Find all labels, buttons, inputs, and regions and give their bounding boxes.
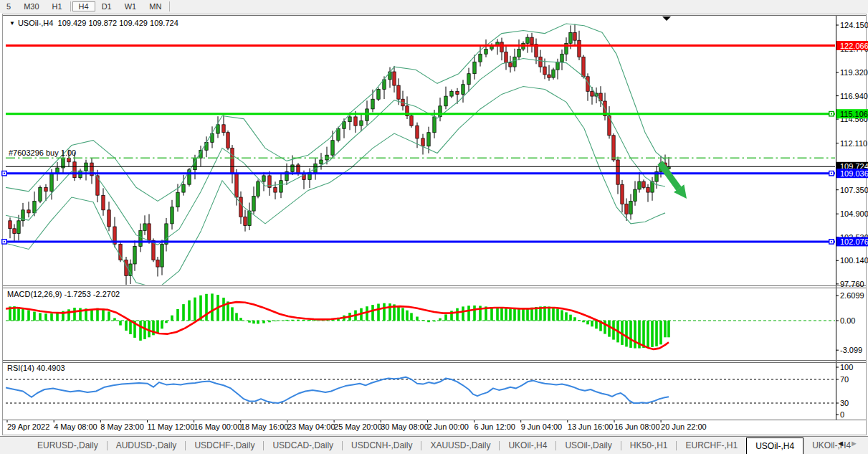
svg-text:11 May 12:00: 11 May 12:00: [148, 422, 195, 431]
svg-text:102.076: 102.076: [840, 237, 868, 246]
svg-text:109.036: 109.036: [840, 169, 868, 178]
chart-tab-usdchf-daily[interactable]: USDCHF-,Daily: [186, 437, 263, 454]
svg-text:6 Jun 12:00: 6 Jun 12:00: [474, 422, 516, 431]
chart-tab-ukoil-h4[interactable]: UKOil-,H4: [500, 437, 555, 454]
price-badge-102.076: 102.076: [836, 237, 868, 246]
price-badge-115.106: 115.106: [836, 109, 868, 118]
tab-scroll-left-icon[interactable]: ◄: [836, 439, 850, 448]
price-badge-109.036: 109.036: [836, 169, 868, 178]
price-badge-122.066: 122.066: [836, 41, 868, 50]
svg-text:-3.099: -3.099: [840, 346, 862, 354]
svg-text:116.940: 116.940: [840, 92, 868, 100]
chart-canvas[interactable]: 124.150121.770119.320116.940114.560112.1…: [0, 0, 868, 454]
svg-text:29 Apr 2022: 29 Apr 2022: [7, 422, 49, 431]
svg-text:2.6099: 2.6099: [840, 291, 864, 300]
chart-ohlc-values: 109.429 109.872 109.429 109.724: [58, 19, 178, 27]
svg-text:25 May 20:00: 25 May 20:00: [334, 422, 382, 431]
svg-text:0: 0: [840, 410, 844, 419]
svg-text:4 May 08:00: 4 May 08:00: [54, 422, 97, 431]
chart-tab-xauusd-daily[interactable]: XAUUSD-,Daily: [421, 437, 499, 454]
macd-indicator-label: MACD(12,26,9) -1.7253 -2.2702: [7, 290, 120, 298]
chart-title: ▼USOil-,H4 109.429 109.872 109.429 109.7…: [9, 19, 178, 27]
svg-text:107.350: 107.350: [840, 186, 868, 194]
svg-text:0.00: 0.00: [840, 316, 855, 325]
svg-text:18 May 16:00: 18 May 16:00: [241, 422, 289, 431]
svg-text:9 Jun 04:00: 9 Jun 04:00: [521, 422, 563, 431]
svg-text:70: 70: [840, 375, 849, 384]
chart-tab-eurusd-daily[interactable]: EURUSD-,Daily: [29, 437, 107, 454]
chart-tab-audusd-daily[interactable]: AUDUSD-,Daily: [108, 437, 186, 454]
chart-tab-usdcnh-daily[interactable]: USDCNH-,Daily: [343, 437, 421, 454]
svg-text:115.106: 115.106: [840, 110, 868, 118]
svg-text:30 May 08:00: 30 May 08:00: [381, 422, 429, 431]
tab-scroll-arrows[interactable]: ◄►: [836, 439, 864, 448]
svg-text:8 May 23:00: 8 May 23:00: [100, 422, 144, 431]
svg-text:23 May 04:00: 23 May 04:00: [287, 422, 335, 431]
svg-text:100.140: 100.140: [840, 256, 868, 265]
svg-text:2 Jun 00:00: 2 Jun 00:00: [427, 422, 469, 431]
chart-tab-usoil-h4[interactable]: USOil-,H4: [746, 438, 803, 454]
svg-text:112.110: 112.110: [840, 139, 867, 148]
chart-dropdown-icon[interactable]: ▼: [9, 20, 15, 27]
chart-tab-hk50-h1[interactable]: HK50-,H1: [621, 437, 677, 454]
chart-tab-eurchf-h1[interactable]: EURCHF-,H1: [677, 437, 746, 454]
svg-text:122.066: 122.066: [840, 42, 868, 50]
svg-text:119.320: 119.320: [840, 68, 868, 77]
chart-symbol-label: USOil-,H4: [18, 19, 54, 27]
svg-text:16 May 00:00: 16 May 00:00: [194, 422, 242, 431]
svg-text:97.760: 97.760: [840, 280, 864, 288]
svg-text:100: 100: [840, 363, 853, 372]
svg-text:124.150: 124.150: [840, 21, 868, 29]
chart-tab-usdcad-daily[interactable]: USDCAD-,Daily: [264, 437, 342, 454]
chart-tab-usoil-daily[interactable]: USOil-,Daily: [556, 437, 620, 454]
svg-text:13 Jun 16:00: 13 Jun 16:00: [568, 422, 614, 431]
rsi-indicator-label: RSI(14) 40.4903: [7, 364, 65, 372]
chart-tab-bar: EURUSD-,DailyAUDUSD-,DailyUSDCHF-,DailyU…: [0, 436, 868, 454]
date-axis[interactable]: 29 Apr 20224 May 08:008 May 23:0011 May …: [7, 420, 707, 431]
mt4-terminal: 5M30H1H4D1W1MN 124.150121.770119.320116.…: [0, 0, 868, 454]
open-order-label: #7603296 buy 1.00: [9, 148, 76, 157]
tab-scroll-right-icon[interactable]: ►: [850, 439, 864, 448]
svg-text:16 Jun 08:00: 16 Jun 08:00: [614, 422, 660, 431]
svg-text:104.900: 104.900: [840, 209, 868, 218]
svg-text:30: 30: [840, 399, 849, 407]
svg-text:20 Jun 22:00: 20 Jun 22:00: [661, 422, 707, 431]
